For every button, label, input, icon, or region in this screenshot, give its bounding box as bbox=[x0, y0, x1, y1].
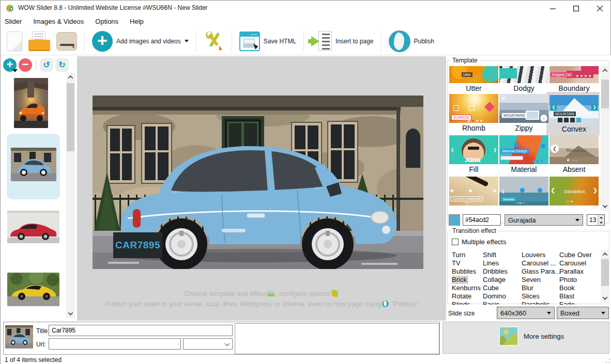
effect-item[interactable]: TV bbox=[452, 259, 483, 267]
scroll-up-button[interactable] bbox=[601, 250, 609, 259]
slide-size-combobox[interactable]: 640x360 bbox=[497, 307, 555, 319]
add-images-dropdown-icon[interactable] bbox=[185, 40, 189, 42]
minimize-button[interactable] bbox=[541, 1, 564, 16]
slide-thumbnail-yellow-sports-car[interactable] bbox=[7, 273, 59, 306]
scroll-down-button[interactable] bbox=[601, 202, 609, 211]
template-thumbnail[interactable]: Material Design bbox=[499, 135, 548, 164]
multiple-effects-checkbox[interactable] bbox=[452, 239, 459, 245]
effect-item[interactable]: Dribbles bbox=[483, 267, 522, 276]
template-thumbnail[interactable]: Elegant Cat bbox=[549, 66, 599, 83]
effect-item[interactable]: Bubbles bbox=[452, 267, 483, 276]
scroll-down-button[interactable] bbox=[66, 309, 75, 318]
caption-color-swatch[interactable] bbox=[449, 214, 460, 226]
add-slide-dropdown-icon[interactable] bbox=[12, 69, 18, 72]
effect-item-selected[interactable]: Brick bbox=[452, 276, 468, 284]
caption-color-input[interactable] bbox=[463, 214, 501, 226]
effect-item[interactable]: Glass Para... bbox=[522, 267, 559, 276]
new-slider-button[interactable] bbox=[4, 29, 25, 53]
effect-item[interactable]: Carousel bbox=[559, 259, 598, 267]
template-thumbnail[interactable]: ⬥ ⬥ ⬥ CURSIVE IS AWESOME ○●○○○ bbox=[449, 177, 498, 205]
effect-item[interactable]: Book bbox=[559, 284, 598, 292]
template-thumbnail[interactable]: ▶ ⌃ MOUNTAINS ⌄ bbox=[499, 94, 548, 123]
effect-item[interactable]: Kenburns bbox=[452, 284, 483, 292]
close-button[interactable] bbox=[588, 1, 611, 16]
effect-item[interactable]: Domino bbox=[483, 292, 522, 300]
scroll-up-button[interactable] bbox=[66, 73, 75, 82]
url-target-combobox[interactable] bbox=[183, 338, 233, 350]
scroll-down-button[interactable] bbox=[601, 294, 609, 303]
maximize-button[interactable] bbox=[564, 1, 588, 16]
template-item-fill[interactable]: JOHN ❮ ❯ Fill bbox=[449, 135, 498, 173]
effect-item[interactable]: Parallax bbox=[559, 267, 598, 276]
slide-caption-overlay[interactable]: CAR7895 bbox=[113, 232, 162, 258]
effect-item[interactable]: Fade bbox=[559, 300, 598, 305]
scrollbar-thumb[interactable] bbox=[601, 80, 609, 108]
effect-item[interactable]: Rotate bbox=[452, 292, 483, 300]
slide-thumbnail-blue-fiat-selected[interactable] bbox=[11, 148, 56, 181]
menu-options[interactable]: Options bbox=[95, 17, 124, 27]
add-slide-button[interactable]: + bbox=[3, 58, 17, 72]
menu-slider[interactable]: Slider bbox=[5, 17, 27, 27]
remove-slide-button[interactable]: − bbox=[19, 58, 32, 72]
template-item-material[interactable]: Material Design Material bbox=[499, 135, 548, 173]
effect-item[interactable]: Parabolic bbox=[522, 300, 559, 305]
template-item-convex[interactable]: ❮ ❯ MOUNTAIN Convex bbox=[549, 94, 599, 133]
caption-font-combobox[interactable]: Gurajada bbox=[505, 214, 583, 226]
spinner-up-button[interactable] bbox=[598, 215, 604, 220]
scrollbar-thumb[interactable] bbox=[67, 83, 74, 151]
template-thumbnail[interactable]: Utter bbox=[449, 66, 498, 83]
menu-help[interactable]: Help bbox=[130, 17, 149, 27]
description-textarea[interactable] bbox=[235, 323, 439, 354]
slide-mode-combobox[interactable]: Boxed bbox=[557, 307, 609, 319]
template-item-zippy[interactable]: ▶ ⌃ MOUNTAINS ⌄ Zippy bbox=[499, 94, 548, 132]
template-item-dodgy[interactable]: Dodgy bbox=[499, 66, 548, 92]
save-slider-button[interactable] bbox=[53, 30, 80, 53]
options-tools-button[interactable] bbox=[201, 29, 227, 54]
font-size-spinner[interactable]: 13 bbox=[587, 214, 605, 226]
scrollbar-thumb[interactable] bbox=[601, 259, 609, 286]
template-thumbnail[interactable]: ❮ Mountains ○○○ bbox=[549, 135, 599, 164]
template-item-dandelion[interactable]: ❮ ❯ Dandelion ○○○● bbox=[549, 177, 599, 205]
template-item-cursive[interactable]: ⬥ ⬥ ⬥ CURSIVE IS AWESOME ○●○○○ bbox=[449, 177, 498, 205]
template-scrollbar[interactable] bbox=[601, 66, 609, 211]
add-images-button[interactable]: + Add images and videos bbox=[89, 29, 192, 54]
more-settings-button[interactable]: More settings bbox=[499, 326, 564, 346]
effect-item[interactable]: Blur bbox=[522, 284, 559, 292]
insert-to-page-button[interactable]: Insert to page bbox=[308, 29, 376, 54]
template-thumbnail[interactable]: JOHN ❮ ❯ bbox=[449, 135, 498, 164]
template-thumbnail[interactable]: ❮ ❯ Dandelion ○○○● bbox=[549, 177, 599, 205]
template-thumbnail[interactable]: SUNRISE bbox=[449, 94, 498, 123]
effect-item[interactable]: Turn bbox=[452, 251, 483, 259]
titlebar[interactable]: WOW Slider 8.8 - Unlimited Website Licen… bbox=[1, 1, 610, 16]
title-input[interactable] bbox=[49, 325, 233, 336]
resize-grip[interactable] bbox=[605, 358, 610, 363]
url-input[interactable] bbox=[49, 338, 181, 350]
effect-item[interactable]: Seven bbox=[522, 276, 559, 284]
slide-list-scrollbar[interactable] bbox=[66, 73, 75, 318]
effect-item[interactable]: Louvers bbox=[522, 251, 559, 259]
effect-item[interactable]: Slices bbox=[522, 292, 559, 300]
effect-item[interactable]: Basic bbox=[483, 300, 522, 305]
scroll-up-button[interactable] bbox=[601, 66, 609, 75]
slide-thumbnail-orange-car[interactable] bbox=[14, 78, 48, 128]
template-thumbnail[interactable] bbox=[499, 66, 548, 83]
effect-item[interactable]: Blinds bbox=[452, 300, 483, 305]
template-item-seaside[interactable]: ❮ Seaside ○○●○○ bbox=[499, 177, 548, 205]
template-item-absent[interactable]: ❮ Mountains ○○○ Absent bbox=[549, 135, 599, 173]
slide-thumbnail-red-classic-car[interactable] bbox=[7, 211, 59, 243]
template-item-rhomb[interactable]: SUNRISE Rhomb bbox=[449, 94, 498, 132]
effects-scrollbar[interactable] bbox=[601, 250, 609, 303]
effect-item[interactable]: Collage bbox=[483, 276, 522, 284]
template-item-boundary[interactable]: Elegant Cat Boundary bbox=[549, 66, 599, 92]
rotate-right-button[interactable]: ↻ bbox=[55, 58, 69, 72]
template-thumbnail[interactable]: ❮ ❯ MOUNTAIN bbox=[549, 95, 599, 124]
publish-button[interactable]: Publish bbox=[386, 28, 437, 54]
save-html-button[interactable]: Save HTML bbox=[236, 29, 299, 53]
template-thumbnail[interactable]: ❮ Seaside ○○●○○ bbox=[499, 177, 548, 205]
menu-images-videos[interactable]: Images & Videos bbox=[33, 17, 89, 27]
effect-item[interactable]: Photo bbox=[559, 276, 598, 284]
spinner-down-button[interactable] bbox=[598, 220, 604, 225]
effect-item[interactable]: Shift bbox=[483, 251, 522, 259]
rotate-left-button[interactable]: ↺ bbox=[40, 58, 53, 72]
effect-item[interactable]: Lines bbox=[483, 259, 522, 267]
